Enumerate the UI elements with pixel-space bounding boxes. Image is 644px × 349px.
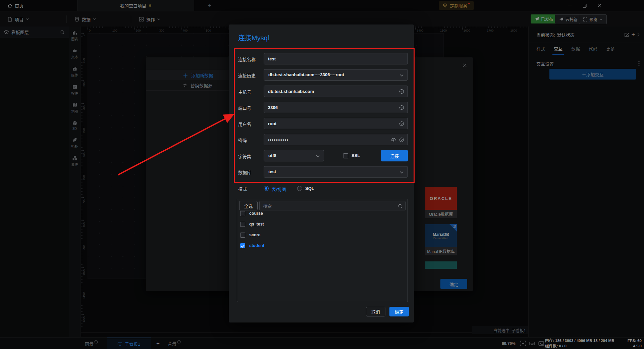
course-label: course — [249, 211, 263, 216]
cancel-button[interactable]: 取消 — [366, 307, 385, 316]
mysql-connect-modal: 连接Mysql 连接名称 连接历史 db.test.shanhaibi.com-… — [229, 24, 414, 322]
connection-name-input-field[interactable] — [264, 53, 408, 64]
table-search-input[interactable] — [260, 201, 405, 210]
table-item-course[interactable]: course — [240, 209, 263, 217]
form-row-database: 数据库 test — [229, 166, 414, 178]
check-circle-icon — [399, 121, 404, 126]
host-label: 主机号 — [238, 89, 251, 95]
form-row-user: 用户名 — [229, 118, 414, 129]
host-input-field[interactable] — [264, 86, 408, 97]
mode-table-view-label[interactable]: 表/视图 — [272, 186, 286, 192]
password-input[interactable] — [264, 134, 408, 145]
password-input-field[interactable] — [264, 134, 408, 145]
table-item-student[interactable]: student — [240, 242, 264, 250]
database-label: 数据库 — [238, 169, 251, 176]
check-circle-icon — [399, 137, 404, 142]
modal-title: 连接Mysql — [238, 33, 269, 42]
qs-test-checkbox[interactable] — [240, 222, 245, 227]
connection-name-input[interactable] — [264, 53, 408, 64]
charset-label: 字符集 — [238, 153, 251, 159]
connect-button[interactable]: 连接 — [381, 150, 408, 161]
student-checkbox[interactable] — [240, 243, 245, 248]
mode-sql-label[interactable]: SQL — [305, 186, 314, 191]
table-search-box[interactable] — [259, 201, 406, 210]
mode-radio-sql[interactable] — [297, 186, 302, 191]
name-label: 连接名称 — [238, 56, 256, 62]
table-list-box: 全选 course qs_test score student — [237, 199, 408, 302]
form-row-password: 密码 — [229, 134, 414, 145]
table-item-score[interactable]: score — [240, 231, 260, 239]
student-label: student — [249, 243, 264, 248]
chevron-down-icon — [316, 155, 320, 157]
ssl-label: SSL — [352, 153, 360, 158]
username-input[interactable] — [264, 118, 408, 129]
check-circle-icon — [399, 89, 404, 94]
form-row-host: 主机号 — [229, 86, 414, 97]
password-label: 密码 — [238, 137, 247, 143]
form-row-name: 连接名称 — [229, 53, 414, 64]
mode-radio-table-view[interactable] — [264, 186, 269, 191]
host-input[interactable] — [264, 86, 408, 97]
database-select[interactable]: test — [264, 166, 408, 178]
search-icon — [398, 204, 402, 208]
confirm-button[interactable]: 确定 — [389, 307, 409, 316]
mode-label: 模式 — [238, 186, 247, 192]
eye-off-icon[interactable] — [391, 138, 396, 142]
form-row-mode: 模式 表/视图 SQL — [229, 183, 414, 194]
qs-test-label: qs_test — [249, 222, 264, 227]
port-label: 端口号 — [238, 105, 251, 111]
select-all-button[interactable]: 全选 — [239, 201, 258, 210]
form-row-charset: 字符集 utf8 SSL 连接 — [229, 150, 414, 161]
user-label: 用户名 — [238, 121, 251, 127]
table-item-qs-test[interactable]: qs_test — [240, 220, 264, 228]
chevron-down-icon — [400, 171, 404, 173]
app-window: 首页 我的空白项目 + 定制服务 项目 数据 操作 — [0, 0, 644, 349]
form-row-port: 端口号 — [229, 102, 414, 113]
port-input-field[interactable] — [264, 102, 408, 113]
username-input-field[interactable] — [264, 118, 408, 129]
ssl-checkbox[interactable] — [343, 153, 348, 158]
charset-select[interactable]: utf8 — [264, 150, 324, 161]
score-label: score — [249, 233, 260, 237]
check-circle-icon — [399, 105, 404, 110]
port-input[interactable] — [264, 102, 408, 113]
form-row-history: 连接历史 db.test.shanhaibi.com----3306----ro… — [229, 69, 414, 81]
chevron-down-icon — [400, 74, 404, 77]
course-checkbox[interactable] — [240, 211, 245, 216]
score-checkbox[interactable] — [240, 233, 245, 238]
history-label: 连接历史 — [238, 72, 256, 79]
connection-history-select[interactable]: db.test.shanhaibi.com----3306----root — [264, 69, 408, 81]
